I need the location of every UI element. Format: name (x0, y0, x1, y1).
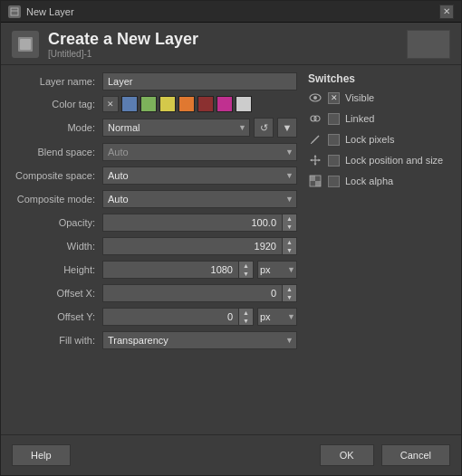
fill-with-select[interactable]: Transparency Foreground Color Background… (102, 331, 297, 349)
ok-button[interactable]: OK (320, 444, 374, 466)
composite-mode-row: Composite mode: Auto ▼ (12, 190, 297, 208)
height-spin-down[interactable]: ▼ (238, 270, 253, 278)
svg-rect-19 (310, 181, 315, 186)
move-icon (308, 153, 322, 167)
visible-checkbox[interactable] (328, 92, 340, 104)
header-title-block: Create a New Layer [Untitled]-1 (48, 30, 198, 59)
blend-space-control: Auto ▼ (102, 143, 297, 161)
composite-mode-select-wrapper: Auto ▼ (102, 190, 297, 208)
offset-y-input-wrap: ▲ ▼ (102, 308, 254, 326)
height-input[interactable] (102, 261, 254, 279)
color-tag-row: Color tag: ✕ (12, 96, 297, 112)
height-unit-select[interactable]: px % cm mm (257, 261, 297, 279)
width-label: Width: (12, 241, 102, 252)
linked-checkbox[interactable] (328, 113, 340, 125)
blend-space-select[interactable]: Auto (102, 143, 297, 161)
color-tag-none[interactable]: ✕ (102, 96, 119, 112)
opacity-spin-down[interactable]: ▼ (282, 223, 296, 231)
offset-x-control: ▲ ▼ (102, 284, 297, 302)
offset-y-spin-down[interactable]: ▼ (238, 317, 253, 325)
opacity-spin-buttons: ▲ ▼ (282, 214, 296, 231)
offset-y-control: ▲ ▼ px % cm ▼ (102, 308, 297, 326)
svg-line-8 (312, 136, 319, 143)
width-spin-up[interactable]: ▲ (282, 238, 296, 246)
composite-space-select-wrapper: Auto ▼ (102, 167, 297, 185)
color-tag-label: Color tag: (12, 99, 102, 109)
width-input[interactable] (102, 237, 297, 255)
lock-position-label: Lock position and size (345, 155, 443, 166)
linked-label: Linked (345, 113, 374, 124)
mode-row: Mode: Normal Multiply Screen Overlay ▼ (12, 118, 297, 138)
composite-space-label: Composite space: (12, 170, 102, 181)
svg-marker-12 (314, 155, 317, 157)
mode-control: Normal Multiply Screen Overlay ▼ ↺ ▼ (102, 118, 297, 138)
eye-icon (308, 90, 322, 105)
width-dim-row: ▲ ▼ (102, 237, 297, 255)
color-swatch-orange[interactable] (178, 96, 195, 112)
footer-actions: OK Cancel (320, 444, 450, 466)
svg-rect-18 (315, 176, 321, 181)
composite-mode-control: Auto ▼ (102, 190, 297, 208)
height-label: Height: (12, 264, 102, 275)
layer-name-input[interactable] (102, 72, 297, 90)
lock-position-checkbox[interactable] (328, 155, 340, 167)
offset-x-row: Offset X: ▲ ▼ (12, 284, 297, 302)
color-swatch-pink[interactable] (217, 96, 233, 112)
offset-y-input-wrapper: ▲ ▼ (102, 308, 254, 326)
offset-y-unit-select[interactable]: px % cm (257, 308, 297, 326)
composite-space-control: Auto ▼ (102, 167, 297, 185)
offset-x-label: Offset X: (12, 288, 102, 299)
offset-x-spin-buttons: ▲ ▼ (282, 285, 296, 301)
offset-x-input-wrap: ▲ ▼ (102, 284, 297, 302)
lock-alpha-checkbox[interactable] (328, 176, 340, 187)
svg-rect-17 (315, 181, 321, 186)
height-spin-buttons: ▲ ▼ (238, 262, 253, 278)
pencil-icon (308, 132, 322, 147)
opacity-spin-up[interactable]: ▲ (282, 214, 296, 223)
visible-label: Visible (345, 92, 374, 103)
mode-select[interactable]: Normal Multiply Screen Overlay (102, 119, 250, 137)
color-swatch-gray[interactable] (236, 96, 252, 112)
cancel-button[interactable]: Cancel (381, 444, 450, 466)
link-icon (308, 111, 322, 126)
width-spin-down[interactable]: ▼ (282, 246, 296, 254)
switches-section: Switches Visible Linked (308, 72, 461, 427)
height-input-wrapper: ▲ ▼ (102, 261, 254, 279)
composite-mode-select[interactable]: Auto (102, 190, 297, 208)
lock-alpha-label: Lock alpha (345, 176, 393, 186)
offset-y-spin-up[interactable]: ▲ (238, 309, 253, 317)
mode-reset-button[interactable]: ↺ (254, 118, 274, 138)
composite-space-select[interactable]: Auto (102, 167, 297, 185)
offset-x-spin-up[interactable]: ▲ (282, 285, 296, 293)
svg-rect-3 (20, 39, 31, 50)
offset-x-spin-down[interactable]: ▼ (282, 293, 296, 301)
color-swatch-red[interactable] (197, 96, 214, 112)
header-title: Create a New Layer (48, 30, 198, 49)
close-button[interactable]: ✕ (439, 5, 454, 19)
color-tag-control: ✕ (102, 96, 297, 112)
offset-y-input[interactable] (102, 308, 254, 326)
offset-y-row: Offset Y: ▲ ▼ (12, 308, 297, 326)
color-swatch-blue[interactable] (121, 96, 138, 112)
svg-point-5 (313, 96, 317, 100)
mode-extra-button[interactable]: ▼ (277, 118, 297, 138)
preview-thumbnail (407, 30, 450, 59)
color-tag-swatches: ✕ (102, 96, 297, 112)
width-input-wrap: ▲ ▼ (102, 237, 297, 255)
height-spin-up[interactable]: ▲ (238, 262, 253, 270)
composite-space-row: Composite space: Auto ▼ (12, 167, 297, 185)
opacity-input[interactable] (102, 214, 297, 232)
offset-x-input[interactable] (102, 284, 297, 302)
title-bar: New Layer ✕ (1, 1, 461, 23)
offset-x-input-wrapper: ▲ ▼ (102, 284, 297, 302)
svg-marker-15 (319, 159, 322, 162)
color-swatch-green[interactable] (140, 96, 157, 112)
offset-y-spin-buttons: ▲ ▼ (238, 309, 253, 325)
header-subtitle: [Untitled]-1 (48, 49, 198, 59)
dialog-title: New Layer (26, 6, 74, 17)
lock-pixels-checkbox[interactable] (328, 134, 340, 146)
help-button[interactable]: Help (12, 444, 71, 466)
color-swatch-yellow[interactable] (159, 96, 176, 112)
width-row: Width: ▲ ▼ (12, 237, 297, 255)
svg-line-9 (311, 142, 313, 144)
